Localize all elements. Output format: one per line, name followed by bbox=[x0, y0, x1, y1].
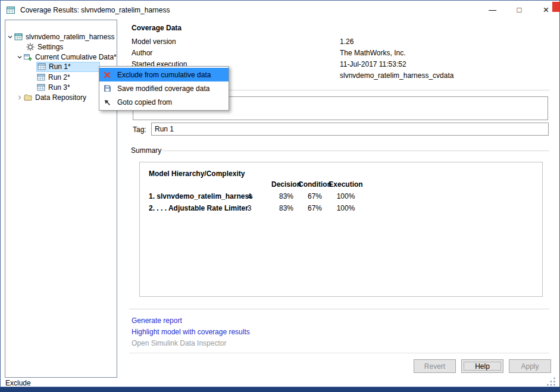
exclude-icon bbox=[99, 71, 115, 79]
highlight-model-link[interactable]: Highlight model with coverage results bbox=[132, 328, 250, 336]
table-row-name: 1. slvnvdemo_ratelim_harness bbox=[149, 192, 253, 200]
table-cell-complexity: 4 bbox=[240, 192, 259, 200]
tree-item-label: slvnvdemo_ratelim_harness bbox=[24, 33, 115, 41]
field-label-author: Author bbox=[132, 49, 152, 57]
cumulative-data-icon bbox=[24, 53, 32, 61]
separator bbox=[129, 309, 549, 309]
run-data-icon bbox=[37, 73, 45, 81]
tag-label: Tag: bbox=[133, 126, 146, 134]
status-bar-text: Exclude bbox=[5, 379, 31, 387]
table-cell-execution: 100% bbox=[327, 192, 365, 200]
minimize-button[interactable]: — bbox=[479, 1, 506, 19]
separator bbox=[162, 150, 549, 151]
tree-item-label: Settings bbox=[36, 43, 64, 51]
context-menu: Exclude from cumulative data Save modifi… bbox=[99, 66, 229, 111]
tree-item-label: Run 2* bbox=[47, 73, 71, 81]
tree-item-cumulative-data[interactable]: Current Cumulative Data* bbox=[5, 52, 117, 62]
run-data-icon bbox=[37, 62, 46, 71]
chevron-down-icon[interactable] bbox=[17, 54, 23, 60]
taskbar-fragment bbox=[0, 387, 560, 392]
background-window-fragment bbox=[552, 2, 559, 12]
field-value-model-version: 1.26 bbox=[340, 37, 353, 46]
tag-input[interactable] bbox=[151, 123, 549, 136]
menu-item-label: Save modified coverage data bbox=[115, 84, 209, 93]
window-title: Coverage Results: slvnvdemo_ratelim_harn… bbox=[20, 6, 170, 14]
table-cell-complexity: 3 bbox=[240, 204, 259, 212]
table-row-name: 2. . . . Adjustable Rate Limiter bbox=[149, 204, 248, 212]
field-value-stored-data: slvnvdemo_ratelim_harness_cvdata bbox=[340, 71, 453, 80]
gear-icon bbox=[26, 43, 35, 51]
tree-item-settings[interactable]: Settings bbox=[5, 42, 117, 52]
title-bar: Coverage Results: slvnvdemo_ratelim_harn… bbox=[1, 1, 559, 19]
run-data-icon bbox=[37, 83, 45, 92]
open-data-inspector-link[interactable]: Open Simulink Data Inspector bbox=[132, 339, 226, 347]
maximize-button[interactable]: □ bbox=[506, 1, 533, 19]
field-value-started-execution: 11-Jul-2017 11:53:52 bbox=[340, 60, 406, 68]
folder-icon bbox=[24, 94, 32, 101]
separator bbox=[129, 353, 549, 353]
generate-report-link[interactable]: Generate report bbox=[132, 316, 182, 325]
app-icon bbox=[6, 5, 15, 15]
summary-heading: Summary bbox=[131, 146, 161, 155]
field-label-model-version: Model version bbox=[132, 37, 176, 46]
chevron-down-icon[interactable] bbox=[7, 34, 13, 40]
resize-grip[interactable] bbox=[546, 377, 556, 386]
chevron-right-icon[interactable] bbox=[17, 95, 23, 101]
coverage-root-icon bbox=[14, 33, 23, 41]
revert-button[interactable]: Revert bbox=[414, 359, 456, 373]
apply-button[interactable]: Apply bbox=[509, 359, 551, 373]
menu-item-exclude[interactable]: Exclude from cumulative data bbox=[99, 68, 229, 81]
goto-icon bbox=[99, 99, 115, 106]
column-header-execution: Execution bbox=[327, 180, 365, 189]
tree-item-label: Run 1* bbox=[48, 62, 72, 71]
menu-item-goto[interactable]: Goto copied from bbox=[99, 95, 229, 109]
tree-selection: Run 1* bbox=[37, 62, 99, 71]
save-icon bbox=[99, 84, 115, 92]
menu-item-save[interactable]: Save modified coverage data bbox=[99, 81, 229, 95]
help-button[interactable]: Help bbox=[461, 359, 503, 373]
summary-panel: Model Hierarchy/Complexity Decision Cond… bbox=[139, 162, 543, 297]
coverage-data-heading: Coverage Data bbox=[132, 24, 182, 32]
field-value-author: The MathWorks, Inc. bbox=[340, 49, 405, 57]
menu-item-label: Goto copied from bbox=[115, 98, 172, 106]
tree-item-label: Current Cumulative Data* bbox=[34, 53, 118, 61]
menu-item-label: Exclude from cumulative data bbox=[115, 71, 211, 79]
tree-item-root[interactable]: slvnvdemo_ratelim_harness bbox=[5, 32, 117, 42]
coverage-results-window: Coverage Results: slvnvdemo_ratelim_harn… bbox=[0, 0, 560, 387]
table-title: Model Hierarchy/Complexity bbox=[149, 170, 245, 178]
tree-item-label: Run 3* bbox=[47, 83, 71, 92]
tree-item-label: Data Repository bbox=[34, 93, 87, 102]
table-cell-execution: 100% bbox=[327, 204, 365, 212]
